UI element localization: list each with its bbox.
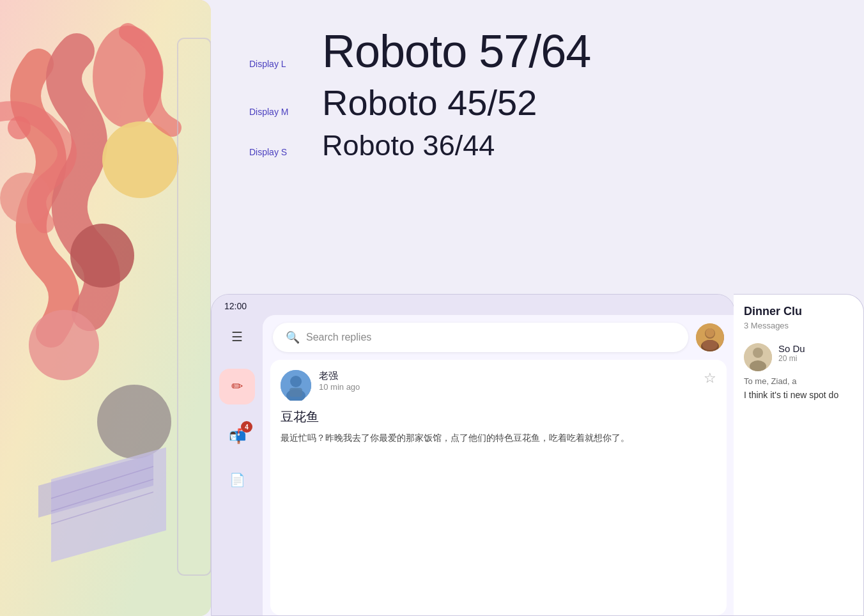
right-panel: Dinner Clu 3 Messages So Du 20 mi To me,… [734,294,864,616]
message-header: 老强 10 min ago ☆ [281,370,716,401]
display-l-row: Display L Roboto 57/64 [249,26,826,77]
right-preview-text: I think it's ti new spot do [744,389,853,402]
sender-avatar [281,370,311,401]
message-time: 10 min ago [319,382,696,392]
display-m-text: Roboto 45/52 [322,82,537,123]
display-l-text: Roboto 57/64 [322,26,590,77]
search-bar: 🔍 Search replies [263,315,734,360]
star-button[interactable]: ☆ [704,370,716,387]
app-main: 🔍 Search replies [263,315,734,615]
app-mockup: 12:00 ☰ ✏ 📬 4 📄 🔍 Search [211,294,735,616]
right-message-time: 20 mi [778,354,805,363]
sender-name: 老强 [319,370,696,382]
display-s-text: Roboto 36/44 [322,128,495,164]
right-sender-avatar [744,343,772,371]
svg-point-24 [753,348,763,358]
time-display: 12:00 [224,301,247,311]
menu-icon[interactable]: ☰ [226,325,249,348]
display-m-row: Display M Roboto 45/52 [249,82,826,123]
svg-point-6 [97,385,171,459]
message-meta: 老强 10 min ago [319,370,696,392]
user-avatar[interactable] [696,323,724,351]
right-recipients: To me, Ziad, a [744,376,853,386]
status-bar: 12:00 [212,295,734,315]
inbox-button[interactable]: 📬 4 [226,425,249,448]
svg-point-18 [702,340,718,350]
type-specimens: Display L Roboto 57/64 Display M Roboto … [249,26,826,164]
display-s-label: Display S [249,147,307,157]
svg-point-20 [290,376,302,387]
inbox-badge: 4 [241,421,252,433]
search-placeholder-text: Search replies [306,332,371,343]
search-icon: 🔍 [286,330,300,344]
svg-point-12 [8,116,31,139]
display-m-label: Display M [249,107,307,117]
svg-rect-22 [289,388,302,397]
message-body: 最近忙吗？昨晚我去了你最爱的那家饭馆，点了他们的特色豆花鱼，吃着吃着就想你了。 [281,431,716,445]
message-subject: 豆花鱼 [281,408,716,426]
display-s-row: Display S Roboto 36/44 [249,128,826,164]
illustration-panel [0,0,211,616]
svg-point-4 [70,224,134,288]
app-body: ☰ ✏ 📬 4 📄 🔍 Search replies [212,315,734,615]
message-card: 老强 10 min ago ☆ 豆花鱼 最近忙吗？昨晚我去了你最爱的那家饭馆，点… [270,360,727,615]
display-l-label: Display L [249,59,307,69]
app-sidebar: ☰ ✏ 📬 4 📄 [212,315,263,615]
notes-icon[interactable]: 📄 [226,468,249,491]
svg-point-5 [29,310,99,380]
dinner-club-count: 3 Messages [744,321,853,330]
compose-button[interactable]: ✏ [219,369,255,404]
right-message-meta: So Du 20 mi [778,343,805,363]
dinner-club-title: Dinner Clu [744,305,853,318]
avatar-image [696,323,724,351]
search-input-container[interactable]: 🔍 Search replies [273,323,688,352]
right-sender-name: So Du [778,343,805,354]
right-message-item: So Du 20 mi [744,343,853,371]
svg-point-17 [706,328,714,337]
